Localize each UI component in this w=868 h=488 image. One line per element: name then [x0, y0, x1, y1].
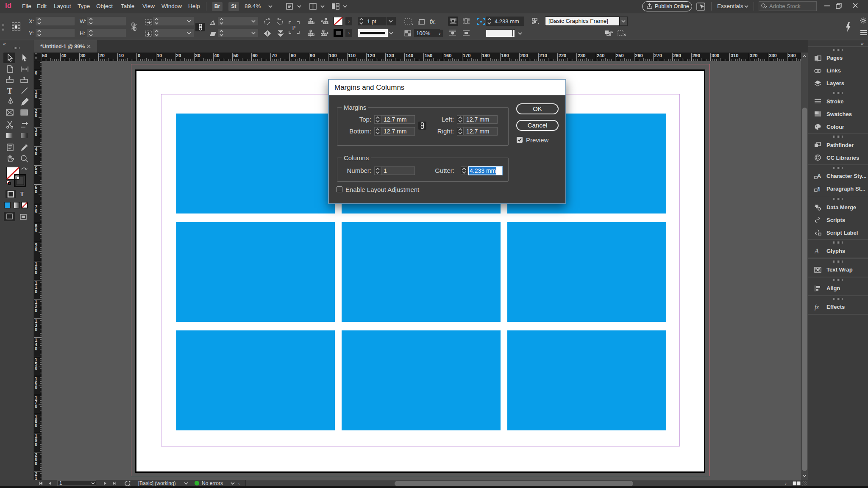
svg-text:A: A: [814, 247, 819, 254]
svg-text:¶: ¶: [818, 186, 821, 192]
svg-text:fx: fx: [815, 304, 819, 311]
svg-text:A: A: [817, 173, 821, 179]
svg-text:P: P: [292, 25, 295, 31]
svg-text:T: T: [7, 87, 12, 95]
